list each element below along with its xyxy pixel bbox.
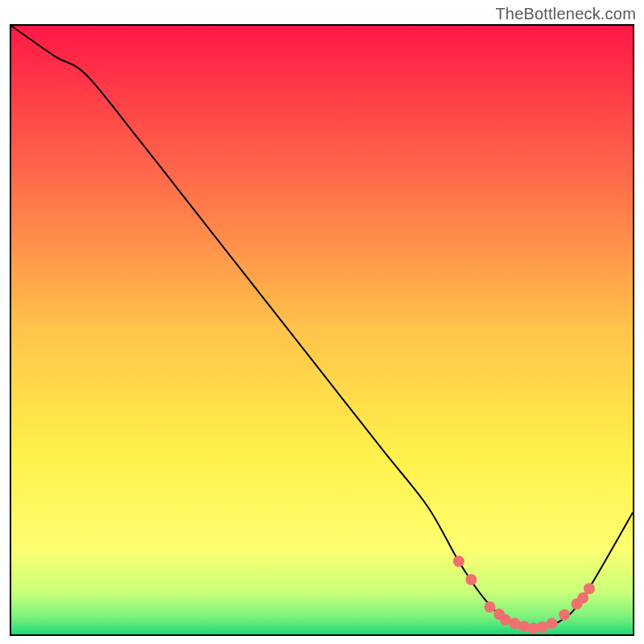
data-marker: [577, 592, 588, 604]
data-marker: [518, 621, 530, 632]
data-marker: [559, 609, 570, 621]
data-marker: [453, 555, 464, 567]
data-marker: [465, 574, 477, 585]
data-marker: [547, 617, 558, 629]
attribution-text: TheBottleneck.com: [495, 5, 636, 23]
chart-canvas: [10, 24, 634, 636]
gradient-bg: [10, 25, 634, 635]
data-marker: [484, 601, 495, 613]
data-marker: [584, 583, 595, 594]
